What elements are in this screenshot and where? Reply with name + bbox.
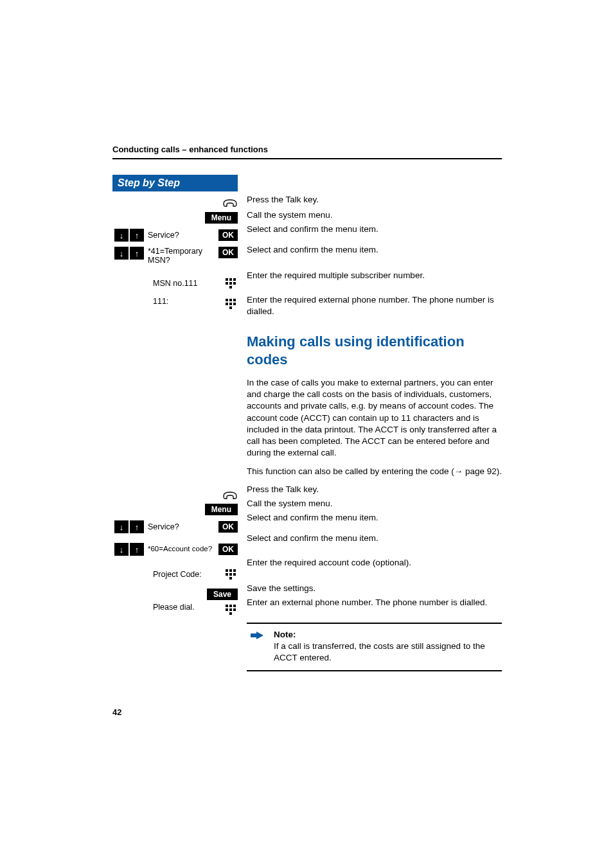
step-account-code: ↓ ↑ *60=Account code? OK bbox=[112, 537, 238, 562]
step-by-step-banner: Step by Step bbox=[112, 175, 238, 191]
step-text: Save the settings. bbox=[247, 583, 502, 597]
arrow-keys: ↓ ↑ bbox=[114, 520, 144, 533]
menu-item-label: Service? bbox=[148, 522, 215, 531]
svg-rect-16 bbox=[233, 569, 236, 572]
display-label: 111: bbox=[153, 297, 220, 306]
ok-button: OK bbox=[218, 521, 238, 533]
display-label: MSN no.111 bbox=[153, 279, 220, 288]
svg-rect-14 bbox=[226, 569, 228, 572]
step-msn-no: MSN no.111 bbox=[112, 271, 238, 296]
running-header: Conducting calls – enhanced functions bbox=[112, 145, 502, 159]
svg-rect-4 bbox=[229, 282, 232, 285]
step-save: Save bbox=[112, 587, 238, 601]
up-arrow-icon: ↑ bbox=[130, 229, 144, 242]
display-label: Project Code: bbox=[153, 570, 220, 579]
svg-rect-3 bbox=[226, 282, 228, 285]
note-box: Note: If a call is transferred, the cost… bbox=[247, 623, 502, 672]
talk-icon bbox=[222, 197, 238, 209]
svg-rect-24 bbox=[226, 608, 228, 611]
arrow-keys: ↓ ↑ bbox=[114, 543, 144, 556]
svg-rect-18 bbox=[229, 573, 232, 576]
svg-rect-11 bbox=[229, 303, 232, 305]
svg-rect-19 bbox=[233, 573, 236, 576]
step-text: Press the Talk key. bbox=[247, 484, 502, 498]
svg-rect-23 bbox=[233, 605, 236, 607]
svg-rect-15 bbox=[229, 569, 232, 572]
svg-rect-8 bbox=[229, 299, 232, 301]
keypad-icon bbox=[224, 297, 238, 311]
step-talk bbox=[112, 195, 238, 211]
down-arrow-icon: ↓ bbox=[114, 247, 129, 260]
svg-marker-29 bbox=[256, 632, 263, 639]
right-column: Press the Talk key. Call the system menu… bbox=[238, 175, 502, 671]
step-text: Select and confirm the menu item. bbox=[247, 533, 502, 557]
left-column: Step by Step Menu ↓ ↑ Service? OK bbox=[112, 175, 238, 671]
svg-rect-9 bbox=[233, 299, 236, 301]
step-service-2: ↓ ↑ Service? OK bbox=[112, 517, 238, 537]
save-button: Save bbox=[207, 589, 238, 600]
svg-rect-7 bbox=[226, 299, 228, 301]
svg-rect-6 bbox=[229, 286, 232, 288]
step-text: Enter the required external phone number… bbox=[247, 294, 502, 321]
svg-rect-12 bbox=[233, 303, 236, 305]
svg-rect-2 bbox=[233, 278, 236, 281]
menu-item-label: *41=Temporary MSN? bbox=[148, 247, 215, 265]
svg-rect-5 bbox=[233, 282, 236, 285]
note-arrow-icon bbox=[251, 629, 267, 664]
step-text: Enter the required multiple subscriber n… bbox=[247, 270, 502, 294]
svg-rect-22 bbox=[229, 605, 232, 607]
step-menu: Menu bbox=[112, 211, 238, 225]
arrow-keys: ↓ ↑ bbox=[114, 229, 144, 242]
paragraph: In the case of calls you make to externa… bbox=[247, 377, 502, 459]
down-arrow-icon: ↓ bbox=[114, 520, 129, 533]
svg-rect-1 bbox=[229, 278, 232, 281]
arrow-keys: ↓ ↑ bbox=[114, 247, 144, 260]
ok-button: OK bbox=[218, 247, 238, 258]
para-text: This function can also be called by ente… bbox=[247, 466, 454, 476]
keypad-icon bbox=[224, 567, 238, 581]
ok-button: OK bbox=[218, 544, 238, 555]
svg-rect-17 bbox=[226, 573, 228, 576]
step-talk bbox=[112, 488, 238, 502]
step-text: Enter an external phone number. The phon… bbox=[247, 597, 502, 623]
step-text: Select and confirm the menu item. bbox=[247, 512, 502, 533]
menu-button: Menu bbox=[205, 212, 238, 224]
step-temp-msn: ↓ ↑ *41=Temporary MSN? OK bbox=[112, 245, 238, 271]
step-text: Select and confirm the menu item. bbox=[247, 244, 502, 270]
section-heading: Making calls using identification codes bbox=[247, 333, 502, 368]
down-arrow-icon: ↓ bbox=[114, 543, 129, 556]
svg-rect-27 bbox=[229, 612, 232, 615]
talk-icon bbox=[222, 489, 238, 502]
svg-rect-13 bbox=[229, 306, 232, 309]
step-text: Enter the required account code (optiona… bbox=[247, 557, 502, 583]
svg-rect-28 bbox=[251, 633, 256, 637]
step-111: 111: bbox=[112, 296, 238, 323]
svg-rect-10 bbox=[226, 303, 228, 305]
step-text: Call the system menu. bbox=[247, 498, 502, 512]
note-title: Note: bbox=[274, 629, 498, 641]
menu-item-label: *60=Account code? bbox=[148, 545, 215, 553]
note-body: If a call is transferred, the costs are … bbox=[274, 641, 498, 664]
down-arrow-icon: ↓ bbox=[114, 229, 129, 242]
menu-item-label: Service? bbox=[148, 231, 215, 240]
content-columns: Step by Step Menu ↓ ↑ Service? OK bbox=[112, 175, 502, 671]
step-please-dial: Please dial. bbox=[112, 601, 238, 627]
ok-button: OK bbox=[218, 229, 238, 241]
step-text: Press the Talk key. bbox=[247, 194, 502, 209]
keypad-icon bbox=[224, 603, 238, 617]
svg-rect-25 bbox=[229, 608, 232, 611]
menu-button: Menu bbox=[205, 504, 238, 515]
up-arrow-icon: ↑ bbox=[130, 247, 144, 260]
page-number: 42 bbox=[112, 707, 121, 717]
step-text: Call the system menu. bbox=[247, 209, 502, 224]
svg-rect-20 bbox=[229, 577, 232, 580]
keypad-icon bbox=[224, 276, 238, 290]
step-service: ↓ ↑ Service? OK bbox=[112, 225, 238, 245]
svg-rect-0 bbox=[226, 278, 228, 281]
step-text: Select and confirm the menu item. bbox=[247, 224, 502, 244]
svg-rect-21 bbox=[226, 605, 228, 607]
paragraph: This function can also be called by ente… bbox=[247, 466, 502, 477]
up-arrow-icon: ↑ bbox=[130, 520, 144, 533]
svg-rect-26 bbox=[233, 608, 236, 611]
arrow-glyph-icon: → bbox=[454, 466, 463, 476]
